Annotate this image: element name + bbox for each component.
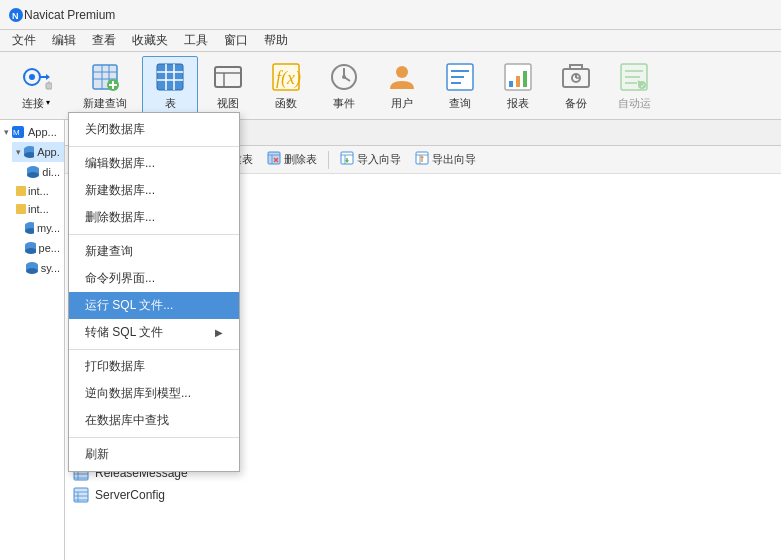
toolbar: 连接 ▾ 新建查询 [0, 52, 781, 120]
menu-file[interactable]: 文件 [4, 30, 44, 51]
ctx-reverse[interactable]: 逆向数据库到模型... [69, 380, 239, 407]
table-name: ServerConfig [95, 488, 165, 502]
db-icon-sy [25, 261, 38, 275]
view-button[interactable]: 视图 [200, 56, 256, 116]
view-label: 视图 [217, 96, 239, 111]
report-button[interactable]: 报表 [490, 56, 546, 116]
svg-text:M: M [13, 128, 20, 137]
export-wizard-icon [415, 151, 429, 168]
ctx-refresh[interactable]: 刷新 [69, 441, 239, 468]
query-button[interactable]: 查询 [432, 56, 488, 116]
db-icon-app [23, 145, 34, 159]
user-button[interactable]: 用户 [374, 56, 430, 116]
new-query-label: 新建查询 [83, 96, 127, 111]
connect-button[interactable]: 连接 ▾ [4, 56, 68, 116]
ctx-sep-2 [69, 234, 239, 235]
func-icon: f(x) [268, 61, 304, 94]
ctx-print-db[interactable]: 打印数据库 [69, 353, 239, 380]
delete-table-label: 删除表 [284, 152, 317, 167]
ctx-find-in-db[interactable]: 在数据库中查找 [69, 407, 239, 434]
auto-button[interactable]: ✓ 自动运 [606, 56, 662, 116]
ctx-sep-1 [69, 146, 239, 147]
table-row[interactable]: ServerConfig [65, 484, 781, 506]
sidebar-di-label: di... [42, 166, 60, 178]
table-label: 表 [165, 96, 176, 111]
menu-edit[interactable]: 编辑 [44, 30, 84, 51]
context-menu: 关闭数据库 编辑数据库... 新建数据库... 删除数据库... 新建查询 命令… [68, 112, 240, 472]
svg-rect-40 [523, 71, 527, 87]
connect-arrow-icon: ▾ [46, 98, 50, 107]
sidebar-item-0[interactable]: ▾ M App... [0, 122, 64, 142]
func-label: 函数 [275, 96, 297, 111]
user-icon [384, 61, 420, 94]
db-icon-my [24, 221, 34, 235]
ctx-close-db[interactable]: 关闭数据库 [69, 116, 239, 143]
ctx-edit-db[interactable]: 编辑数据库... [69, 150, 239, 177]
title-bar: N Navicat Premium [0, 0, 781, 30]
menu-bar: 文件 编辑 查看 收藏夹 工具 窗口 帮助 [0, 30, 781, 52]
sidebar-item-int1[interactable]: int... [12, 182, 64, 200]
ctx-new-db[interactable]: 新建数据库... [69, 177, 239, 204]
delete-table-button[interactable]: 删除表 [261, 149, 323, 170]
menu-favorites[interactable]: 收藏夹 [124, 30, 176, 51]
backup-icon [558, 61, 594, 94]
ctx-cmd[interactable]: 命令列界面... [69, 265, 239, 292]
export-wizard-button[interactable]: 导出向导 [409, 149, 482, 170]
db-icon-di [26, 165, 40, 179]
sidebar-item-di[interactable]: di... [12, 162, 64, 182]
auto-icon: ✓ [616, 61, 652, 94]
import-wizard-button[interactable]: 导入向导 [334, 149, 407, 170]
ctx-transfer-arrow: ▶ [215, 327, 223, 338]
expand-arrow-0: ▾ [4, 127, 9, 137]
svg-point-32 [396, 66, 408, 78]
backup-button[interactable]: 备份 [548, 56, 604, 116]
svg-point-58 [27, 172, 39, 178]
ctx-delete-db[interactable]: 删除数据库... [69, 204, 239, 231]
event-button[interactable]: 事件 [316, 56, 372, 116]
table-icon [152, 61, 188, 94]
func-icon-int2 [16, 204, 26, 214]
table-button[interactable]: 表 [142, 56, 198, 116]
func-button[interactable]: f(x) 函数 [258, 56, 314, 116]
svg-rect-39 [516, 76, 520, 87]
app-logo: N [8, 7, 24, 23]
svg-rect-6 [46, 83, 52, 89]
ctx-transfer[interactable]: 转储 SQL 文件 ▶ [69, 319, 239, 346]
event-label: 事件 [333, 96, 355, 111]
sidebar-pe-label: pe... [39, 242, 60, 254]
sidebar-item-pe[interactable]: pe... [12, 238, 64, 258]
menu-view[interactable]: 查看 [84, 30, 124, 51]
new-query-button[interactable]: 新建查询 [70, 56, 140, 116]
ctx-new-query[interactable]: 新建查询 [69, 238, 239, 265]
sidebar-inner: ▾ M App... ▾ [0, 120, 64, 280]
event-icon [326, 61, 362, 94]
sidebar-nested: ▾ App... [0, 142, 64, 278]
report-icon [500, 61, 536, 94]
sidebar-scroll: ▾ M App... ▾ [0, 120, 64, 560]
main-area: ▾ M App... ▾ [0, 120, 781, 560]
menu-help[interactable]: 帮助 [256, 30, 296, 51]
sidebar-my-label: my... [37, 222, 60, 234]
app-title: Navicat Premium [24, 8, 115, 22]
svg-point-31 [342, 75, 346, 79]
sidebar-item-int2[interactable]: int... [12, 200, 64, 218]
ctx-run-sql[interactable]: 运行 SQL 文件... [69, 292, 239, 319]
svg-point-69 [26, 268, 38, 274]
connect-icon [18, 61, 54, 94]
export-wizard-label: 导出向导 [432, 152, 476, 167]
sidebar-item-app[interactable]: ▾ App... [12, 142, 64, 162]
ctx-sep-3 [69, 349, 239, 350]
sidebar-item-sy[interactable]: sy... [12, 258, 64, 278]
sidebar-item-my[interactable]: my... [12, 218, 64, 238]
svg-marker-4 [46, 74, 50, 80]
db-icon-pe [24, 241, 35, 255]
svg-rect-23 [215, 67, 241, 87]
query-label: 查询 [449, 96, 471, 111]
sidebar-sy-label: sy... [41, 262, 60, 274]
func-icon-int1 [16, 186, 26, 196]
menu-tools[interactable]: 工具 [176, 30, 216, 51]
menu-window[interactable]: 窗口 [216, 30, 256, 51]
sidebar-app-label: App... [37, 146, 60, 158]
delete-table-icon [267, 151, 281, 168]
svg-text:✓: ✓ [640, 82, 646, 89]
